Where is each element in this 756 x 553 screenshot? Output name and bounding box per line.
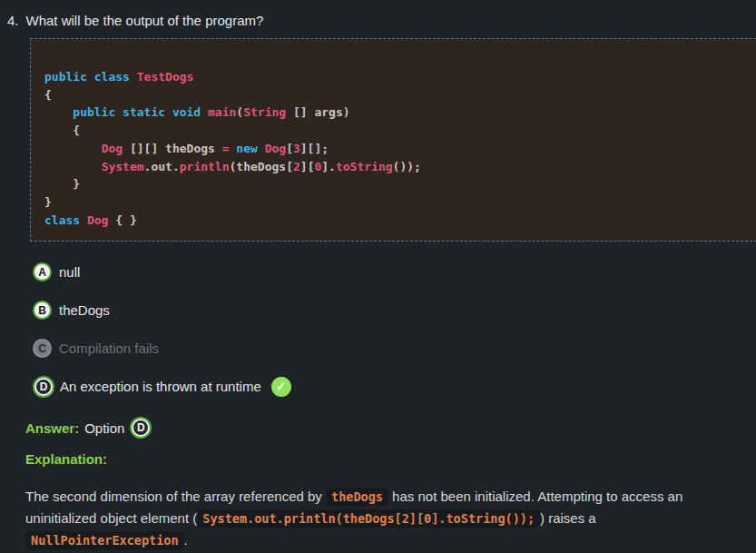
code-line: }: [44, 175, 751, 193]
code-token: class: [44, 213, 87, 227]
code-token: [44, 160, 102, 173]
code-token: =: [222, 142, 230, 155]
answer-row: Answer: Option D: [25, 419, 756, 437]
question-row: 4. What will be the output of the progra…: [0, 0, 756, 30]
code-token: ][];: [300, 142, 329, 155]
code-token: [] args): [286, 105, 349, 119]
answer-prefix: Option: [84, 420, 124, 436]
quiz-page: { "theme": { "page_bg": "#1f2227", "code…: [0, 0, 756, 553]
code-block: public class TestDogs{ public static voi…: [30, 38, 756, 242]
code-token: Dog: [102, 142, 123, 155]
code-token: Dog: [87, 213, 108, 227]
code-token: Dog: [265, 142, 286, 155]
code-token: .out.: [144, 160, 180, 173]
code-line: }: [44, 193, 751, 212]
option-b-label: theDogs: [59, 302, 110, 318]
question-text: What will be the output of the program?: [26, 12, 264, 30]
code-token: System: [102, 160, 144, 173]
code-token: [][] theDogs: [123, 142, 222, 155]
code-token: {: [44, 88, 52, 102]
explanation-text: The second dimension of the array refere…: [25, 489, 326, 504]
explanation-text: ) raises a: [540, 510, 596, 526]
correct-check-icon: ✓: [271, 377, 291, 397]
code-line: class Dog { }: [44, 212, 751, 230]
code-token: 2: [293, 160, 300, 173]
answer-option-badge: D: [132, 419, 150, 437]
question-number: 4.: [7, 12, 19, 30]
explanation-heading: Explanation:: [25, 451, 756, 467]
code-line: {: [44, 86, 751, 104]
answer-label: Answer:: [25, 420, 79, 436]
code-token: String: [243, 105, 286, 119]
code-token: }: [44, 195, 52, 209]
code-line: {: [44, 122, 751, 140]
code-token: [44, 105, 73, 119]
option-d-badge: D: [34, 378, 53, 396]
option-a[interactable]: A null: [33, 262, 756, 281]
code-token: [258, 142, 265, 155]
inline-code: System.out.println(theDogs[2][0].toStrin…: [197, 509, 540, 528]
code-token: public class: [44, 70, 137, 84]
code-line: Dog [][] theDogs = new Dog[3][];: [44, 140, 751, 158]
code-token: println: [180, 160, 230, 173]
code-token: [: [286, 142, 293, 155]
code-line: public static void main(String [] args): [44, 104, 751, 122]
option-a-badge: A: [33, 262, 52, 281]
code-token: main: [208, 105, 236, 119]
code-token: }: [44, 177, 80, 191]
code-token: TestDogs: [137, 70, 194, 84]
code-token: [44, 142, 102, 155]
code-token: (: [236, 105, 243, 119]
option-a-label: null: [59, 264, 80, 280]
option-d-label: An exception is thrown at runtime: [60, 379, 261, 394]
code-token: { }: [108, 213, 136, 227]
option-c-badge: C: [33, 339, 52, 358]
code-line: public class TestDogs: [44, 68, 751, 86]
code-token: ].: [321, 160, 336, 173]
code-token: {: [44, 123, 80, 137]
code-line: System.out.println(theDogs[2][0].toStrin…: [44, 158, 751, 176]
code-token: new: [236, 142, 257, 155]
inline-code: theDogs: [326, 488, 388, 506]
option-d[interactable]: D An exception is thrown at runtime ✓: [33, 377, 756, 396]
options-list: A null B theDogs C Compilation fails D A…: [33, 262, 756, 396]
explanation-text: .: [184, 532, 188, 548]
explanation-paragraph: The second dimension of the array refere…: [25, 486, 752, 551]
code-token: 3: [293, 142, 300, 155]
option-b[interactable]: B theDogs: [33, 301, 756, 320]
inline-code: NullPointerException: [25, 531, 184, 549]
code-token: ][: [300, 160, 315, 173]
code-token: (theDogs[: [230, 160, 293, 173]
option-c-label: Compilation fails: [59, 341, 159, 356]
code-token: toString: [336, 160, 393, 173]
option-b-badge: B: [33, 301, 52, 320]
option-c[interactable]: C Compilation fails: [33, 339, 756, 358]
code-token: public static void: [73, 105, 208, 119]
code-token: ());: [393, 160, 421, 173]
